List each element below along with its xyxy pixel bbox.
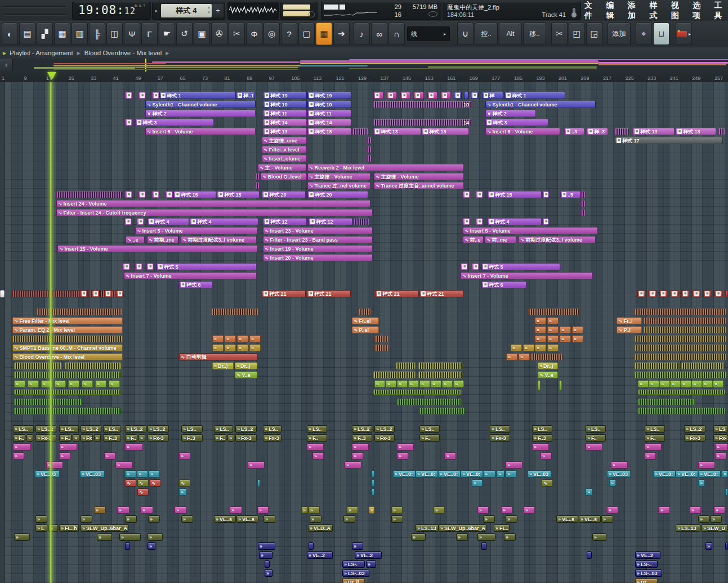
audio-clip[interactable]: » <box>477 533 495 541</box>
audio-clip[interactable]: » <box>94 434 101 442</box>
pattern-clip[interactable]: ≡样式 13 <box>676 128 716 135</box>
automation-clip[interactable]: ∿ <box>179 479 190 487</box>
menu-item-1[interactable]: 编辑 <box>606 1 619 21</box>
audio-clip[interactable]: » <box>535 335 546 342</box>
pattern-name[interactable]: 样式 4 ▲▼ <box>161 4 212 17</box>
automation-clip[interactable]: ∿V..e <box>235 371 257 379</box>
audio-clip[interactable]: » <box>141 506 153 514</box>
pattern-clip[interactable]: ≡样式 15 <box>217 191 260 198</box>
time-mode-label[interactable]: B:S:T <box>135 4 146 7</box>
audio-clip[interactable]: »LS..13 <box>416 524 439 532</box>
toolbar-next-window-button[interactable]: ➔ <box>333 23 350 45</box>
audio-clip[interactable]: » <box>397 380 408 388</box>
audio-clip[interactable]: » <box>714 506 725 514</box>
automation-clip[interactable]: ∿Trance 过..nel volume <box>307 182 370 189</box>
automation-clip[interactable]: ∿Filter - Insert 24 - Cutoff frequency <box>56 209 373 216</box>
audio-clip[interactable]: »Fx-3 <box>490 434 510 442</box>
audio-clip[interactable]: » <box>523 344 534 351</box>
audio-clip[interactable]: »VED..A <box>308 524 333 532</box>
audio-clip[interactable]: » <box>702 380 713 388</box>
audio-clip[interactable]: » <box>258 542 275 550</box>
pattern-strip[interactable] <box>635 353 726 361</box>
menu-item-5[interactable]: 选项 <box>693 1 706 21</box>
pattern-clip[interactable]: ≡ <box>542 191 549 198</box>
automation-clip[interactable]: ∿ <box>542 479 553 487</box>
audio-clip[interactable]: »Fx-3 <box>374 434 395 442</box>
audio-clip[interactable]: » <box>179 452 190 460</box>
audio-clip[interactable]: » <box>82 380 93 388</box>
audio-clip[interactable]: » <box>263 515 275 523</box>
clip-fragment[interactable] <box>265 560 270 568</box>
audio-clip[interactable]: »Fx-3 <box>684 434 705 442</box>
pattern-clip[interactable]: ≡样..1 <box>236 92 255 99</box>
audio-clip[interactable]: » <box>506 353 517 361</box>
pattern-clip[interactable]: ≡..5 <box>560 191 580 198</box>
audio-clip[interactable]: » <box>59 452 70 460</box>
audio-clip[interactable]: » <box>352 443 369 451</box>
automation-clip[interactable]: ∿Reeverb 2 - Mix level <box>307 164 464 171</box>
audio-clip[interactable]: » <box>560 326 571 333</box>
audio-clip[interactable]: »LS..13 <box>676 524 700 532</box>
clip-fragment[interactable] <box>367 146 372 153</box>
audio-clip[interactable]: » <box>705 542 712 550</box>
pattern-clip[interactable]: ≡ <box>461 263 468 270</box>
pattern-clip[interactable]: ≡ <box>649 290 656 297</box>
audio-clip[interactable]: » <box>541 452 552 460</box>
audio-clip[interactable]: »VE..03 <box>35 470 60 478</box>
pattern-strip[interactable] <box>635 308 726 315</box>
automation-clip[interactable]: ∿前期过度配弦3..l volume <box>181 236 257 243</box>
automation-clip[interactable]: ∿Insert 7 - Volume <box>461 272 593 279</box>
audio-clip[interactable]: »VE..s <box>236 515 258 523</box>
clip-fragment[interactable] <box>125 542 130 550</box>
audio-clip[interactable]: » <box>181 515 193 523</box>
audio-clip[interactable]: »LS.. <box>532 425 552 433</box>
audio-clip[interactable]: » <box>586 443 602 451</box>
toolbar-move-button[interactable]: 移.. <box>523 23 546 45</box>
audio-clip[interactable]: » <box>137 470 148 478</box>
pattern-strip[interactable] <box>397 398 462 406</box>
audio-clip[interactable]: » <box>638 380 649 388</box>
automation-clip[interactable]: ∿Fr..l <box>617 317 642 324</box>
clip-fragment[interactable] <box>538 380 541 390</box>
audio-clip[interactable]: » <box>14 380 25 388</box>
audio-clip[interactable]: »FL.. <box>494 524 510 532</box>
pattern-strip[interactable]: 14 <box>373 119 472 126</box>
automation-clip[interactable]: ∿Insert..olume <box>262 155 307 162</box>
automation-clip[interactable]: ∿..e <box>126 236 145 243</box>
automation-clip[interactable]: ∿ <box>137 479 149 487</box>
automation-clip[interactable]: ∿Fr..el <box>352 317 379 324</box>
audio-clip[interactable]: » <box>572 326 583 333</box>
audio-clip[interactable]: » <box>715 452 726 460</box>
audio-clip[interactable]: »SEW_Up..6bar_A <box>439 524 486 532</box>
audio-clip[interactable]: » <box>55 380 66 388</box>
pattern-clip[interactable]: ≡ <box>125 119 132 126</box>
song-overview[interactable]: ‹ <box>0 59 728 72</box>
audio-clip[interactable]: »SEW_Up..6bar_A <box>81 524 128 532</box>
audio-clip[interactable]: » <box>369 506 374 514</box>
audio-clip[interactable]: » <box>343 515 355 523</box>
toolbar-help-button[interactable]: ? <box>281 23 297 45</box>
audio-clip[interactable]: » <box>59 443 77 451</box>
audio-clip[interactable]: » <box>483 515 495 523</box>
playlist-header[interactable]: ▶ Playlist - Arrangement ▶ Blood Overdri… <box>0 47 728 59</box>
audio-clip[interactable]: » <box>715 443 728 451</box>
automation-clip[interactable]: ∿自动剪辑 <box>179 353 258 361</box>
audio-clip[interactable]: »LS..2 <box>235 425 257 433</box>
audio-clip[interactable]: »F..3 <box>532 434 552 442</box>
pattern-clip[interactable]: ≡样式 3 <box>135 119 214 126</box>
cpu-panel[interactable]: 29 16 5719 MB <box>321 2 441 20</box>
toolbar-record-button[interactable]: Φ <box>246 23 262 45</box>
audio-clip[interactable]: » <box>453 380 464 388</box>
automation-clip[interactable]: ∿前..e <box>463 236 484 243</box>
audio-clip[interactable]: » <box>73 434 79 442</box>
pattern-strip[interactable] <box>635 362 678 370</box>
automation-clip[interactable]: ∿前..me <box>485 236 516 243</box>
pattern-clip[interactable] <box>725 290 728 297</box>
pattern-clip[interactable]: ≡ <box>637 290 645 297</box>
automation-clip[interactable]: ∿前期过度配弦3..l volume <box>519 236 596 243</box>
pattern-strip[interactable] <box>529 308 580 315</box>
automation-clip[interactable]: ∿Insert 6 - Volume <box>485 128 560 135</box>
audio-clip[interactable]: »VE..2 <box>635 551 660 559</box>
toolbar-paste-button[interactable]: ◲ <box>586 23 602 45</box>
pattern-clip[interactable]: ≡ <box>693 290 700 297</box>
